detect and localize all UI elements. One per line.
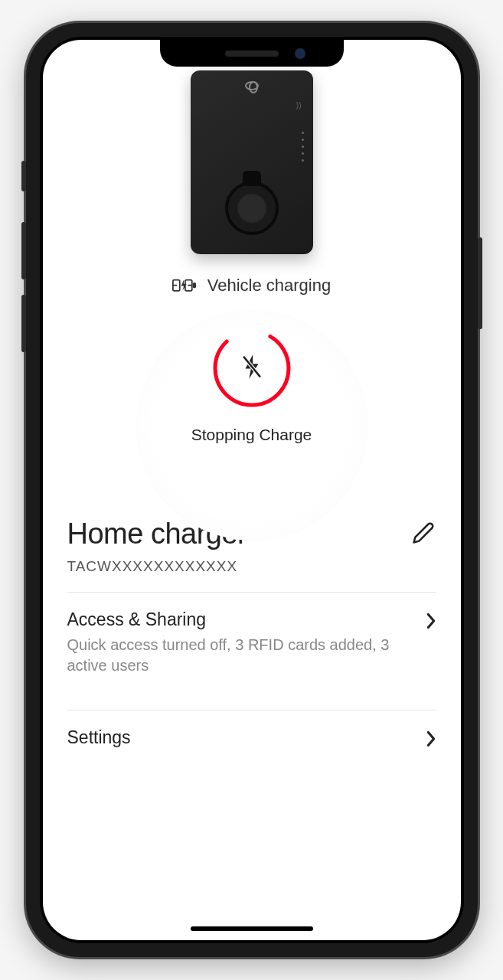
home-indicator[interactable]: [191, 926, 313, 931]
action-area: Stopping Charge: [137, 311, 367, 541]
status-label: Vehicle charging: [207, 276, 331, 296]
svg-rect-2: [193, 283, 195, 287]
edit-name-button[interactable]: [410, 521, 436, 547]
menu-item-title: Access & Sharing: [67, 609, 410, 630]
phone-frame: )): [26, 23, 478, 957]
chevron-right-icon: [426, 730, 436, 750]
phone-mute-switch: [21, 161, 26, 191]
stop-charge-button[interactable]: [210, 326, 294, 410]
flash-off-icon: [240, 354, 263, 383]
battery-charging-icon: [172, 277, 197, 294]
menu-item-title: Settings: [67, 727, 410, 748]
charger-serial: TACWXXXXXXXXXXXX: [43, 550, 461, 575]
charger-image: )): [43, 63, 461, 254]
menu-item-subtitle: Quick access turned off, 3 RFID cards ad…: [67, 635, 410, 676]
screen: )): [43, 40, 461, 940]
menu-item-access-sharing[interactable]: Access & Sharing Quick access turned off…: [43, 593, 461, 693]
phone-notch: [160, 40, 344, 67]
menu-item-settings[interactable]: Settings: [43, 710, 461, 767]
action-label: Stopping Charge: [191, 426, 312, 444]
status-row: Vehicle charging: [43, 276, 461, 296]
phone-volume-up: [21, 222, 26, 279]
phone-volume-down: [21, 295, 26, 352]
chevron-right-icon: [426, 612, 436, 632]
pencil-icon: [412, 535, 435, 547]
phone-power-button: [478, 237, 482, 329]
